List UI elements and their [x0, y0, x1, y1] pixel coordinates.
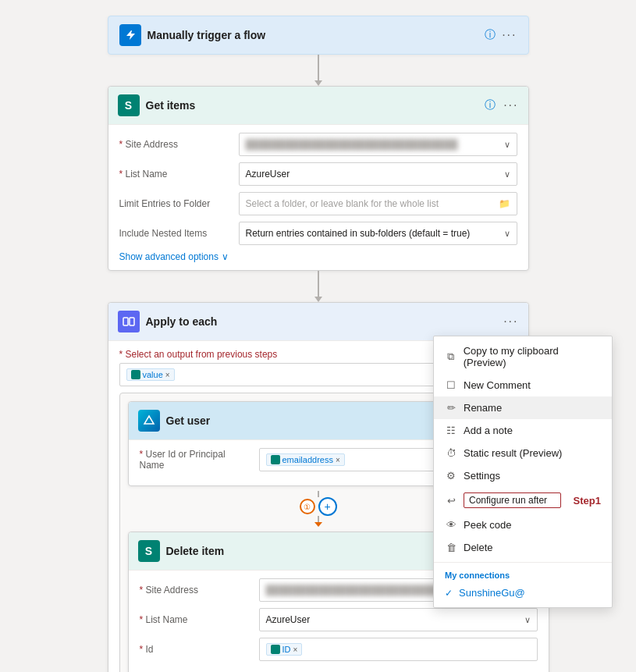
- add-step-btn[interactable]: +: [318, 497, 337, 516]
- delete-id-control[interactable]: ID ×: [259, 638, 538, 661]
- comment-icon: ☐: [445, 379, 457, 391]
- arrow-connector-1: [314, 55, 322, 86]
- id-tag-close[interactable]: ×: [293, 645, 298, 654]
- list-name-row: List Name AzureUser ∨: [119, 162, 517, 186]
- step-number: ①: [304, 503, 311, 511]
- svg-rect-0: [123, 318, 128, 325]
- info-icon[interactable]: ⓘ: [485, 28, 496, 42]
- site-address-row: Site Address ███████████████████████████…: [119, 133, 517, 156]
- show-advanced-label: Show advanced options: [119, 251, 219, 262]
- menu-static-label: Static result (Preview): [464, 447, 562, 459]
- id-tag: ID ×: [266, 643, 303, 656]
- delete-list-label: List Name: [140, 614, 253, 625]
- menu-comment-label: New Comment: [464, 379, 531, 391]
- folder-icon: 📁: [499, 198, 510, 209]
- delete-list-chevron: ∨: [524, 615, 531, 625]
- menu-peek-label: Peek code: [464, 519, 511, 531]
- limit-entries-label: Limit Entries to Folder: [119, 198, 233, 209]
- email-tag-text: emailaddress: [282, 455, 333, 464]
- configure-icon: ↩: [445, 495, 457, 507]
- connection-item[interactable]: ✓ SunshineGu@: [434, 581, 612, 604]
- arrow-down-orange: [314, 522, 322, 527]
- get-items-icon: S: [118, 94, 140, 116]
- get-user-icon: [138, 410, 160, 432]
- email-tag-icon: [271, 455, 280, 464]
- nested-items-value: Return entries contained in sub-folders …: [246, 228, 471, 239]
- site-address-control[interactable]: ████████████████████████████████ ∨: [239, 133, 517, 156]
- rename-icon: ✏: [445, 402, 457, 414]
- apply-each-menu[interactable]: ···: [503, 315, 518, 329]
- menu-copy-label: Copy to my clipboard (Preview): [464, 345, 601, 368]
- value-tag-close[interactable]: ×: [165, 371, 170, 379]
- menu-note[interactable]: ☷ Add a note: [434, 419, 612, 442]
- id-tag-text: ID: [282, 645, 291, 654]
- trigger-title: Manually trigger a flow: [147, 29, 479, 41]
- apply-each-icon: [118, 311, 140, 332]
- copy-icon: ⧉: [445, 350, 457, 363]
- list-name-control[interactable]: AzureUser ∨: [239, 162, 517, 186]
- nested-items-row: Include Nested Items Return entries cont…: [119, 222, 517, 245]
- apply-each-header: Apply to each ···: [108, 303, 528, 340]
- delete-list-value: AzureUser: [266, 614, 311, 625]
- connector-line-bottom: [318, 516, 319, 522]
- step-number-badge: ①: [300, 499, 315, 514]
- limit-entries-row: Limit Entries to Folder Select a folder,…: [119, 192, 517, 215]
- delete-list-row: List Name AzureUser ∨: [140, 608, 538, 631]
- show-advanced-btn[interactable]: Show advanced options ∨: [119, 251, 517, 262]
- list-name-chevron: ∨: [504, 169, 510, 180]
- trigger-card: Manually trigger a flow ⓘ ···: [108, 16, 529, 55]
- show-advanced-chevron: ∨: [222, 251, 229, 262]
- id-tag-icon: [271, 645, 280, 654]
- list-name-value: AzureUser: [246, 169, 290, 180]
- apply-each-title: Apply to each: [146, 315, 498, 328]
- delete-item-icon: S: [138, 540, 160, 562]
- menu-rename-label: Rename: [464, 402, 502, 414]
- menu-settings[interactable]: ⚙ Settings: [434, 464, 612, 487]
- menu-comment[interactable]: ☐ New Comment: [434, 374, 612, 396]
- delete-id-row: Id ID ×: [140, 638, 538, 661]
- user-id-label: User Id or Principal Name: [140, 449, 253, 471]
- site-address-value: ████████████████████████████████: [246, 139, 458, 150]
- delete-site-label: Site Address: [140, 585, 253, 596]
- site-address-chevron: ∨: [504, 140, 510, 150]
- get-items-body: Site Address ███████████████████████████…: [108, 124, 528, 270]
- static-icon: ⏱: [445, 447, 457, 459]
- connection-name: SunshineGu@: [459, 587, 525, 599]
- menu-delete-label: Delete: [464, 542, 493, 553]
- menu-copy[interactable]: ⧉ Copy to my clipboard (Preview): [434, 340, 612, 374]
- step1-badge: Step1: [574, 495, 601, 507]
- nested-items-label: Include Nested Items: [119, 228, 233, 239]
- email-tag: emailaddress ×: [266, 453, 345, 466]
- trigger-icon: [119, 24, 141, 46]
- email-tag-close[interactable]: ×: [336, 456, 340, 464]
- get-items-info[interactable]: ⓘ: [485, 98, 496, 112]
- connections-section: My connections: [434, 566, 612, 581]
- connector-line-top: [318, 491, 319, 497]
- get-items-header: S Get items ⓘ ···: [108, 87, 528, 124]
- menu-configure[interactable]: ↩ Configure run after Step1: [434, 487, 612, 514]
- get-items-title: Get items: [146, 99, 479, 112]
- menu-note-label: Add a note: [464, 425, 513, 436]
- menu-rename[interactable]: ✏ Rename: [434, 396, 612, 419]
- menu-delete[interactable]: 🗑 Delete: [434, 536, 612, 559]
- site-address-label: Site Address: [119, 139, 233, 150]
- nested-items-chevron: ∨: [504, 229, 510, 239]
- delete-id-label: Id: [140, 644, 253, 655]
- delete-icon: 🗑: [445, 542, 457, 553]
- nested-items-control[interactable]: Return entries contained in sub-folders …: [239, 222, 517, 245]
- arrow-connector-2: [314, 271, 322, 302]
- menu-peek[interactable]: 👁 Peek code: [434, 514, 612, 536]
- menu-settings-label: Settings: [464, 470, 500, 482]
- svg-rect-1: [130, 318, 134, 325]
- value-tag: value ×: [126, 368, 175, 381]
- limit-entries-control[interactable]: Select a folder, or leave blank for the …: [239, 192, 517, 215]
- get-items-card: S Get items ⓘ ··· Site Address █████████…: [108, 86, 529, 271]
- menu-static[interactable]: ⏱ Static result (Preview): [434, 442, 612, 464]
- value-tag-icon: [131, 370, 140, 379]
- trigger-menu-btn[interactable]: ···: [502, 28, 517, 42]
- peek-icon: 👁: [445, 519, 457, 531]
- get-items-menu[interactable]: ···: [503, 98, 518, 112]
- check-icon: ✓: [445, 588, 453, 599]
- delete-list-control[interactable]: AzureUser ∨: [259, 608, 538, 631]
- settings-icon: ⚙: [445, 470, 457, 482]
